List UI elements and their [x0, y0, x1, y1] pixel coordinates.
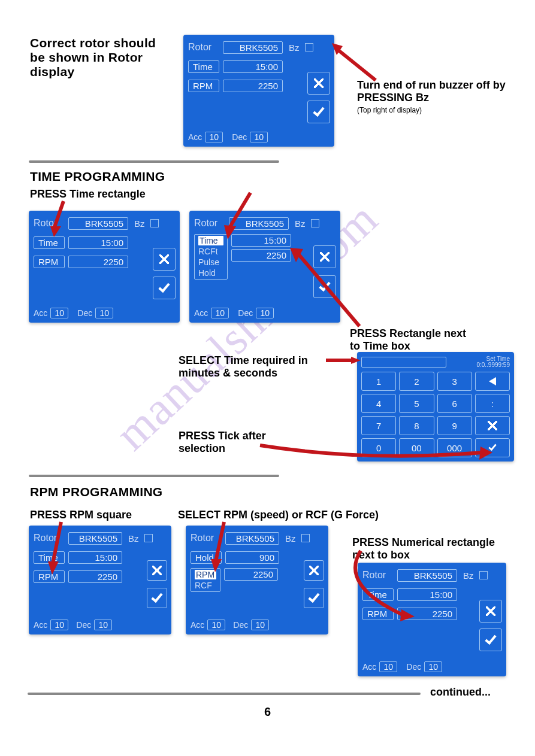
confirm-button[interactable]: [304, 588, 324, 608]
x-icon: [320, 252, 330, 262]
backspace-icon: [489, 377, 496, 385]
divider: [29, 475, 279, 477]
time-field[interactable]: 15:00: [231, 234, 291, 247]
keypad-display: [361, 357, 446, 368]
rotor-field[interactable]: BRK5505: [397, 569, 457, 582]
cancel-button[interactable]: [313, 245, 336, 268]
acc-field[interactable]: 10: [50, 308, 68, 318]
bz-toggle[interactable]: [150, 219, 159, 227]
time-mode-dropdown[interactable]: Time RCFt Pulse Hold: [194, 234, 228, 280]
key-5[interactable]: 5: [399, 394, 434, 413]
acc-field[interactable]: 10: [379, 661, 397, 672]
caption-buzzer-loc: (Top right of display): [357, 106, 519, 114]
key-1[interactable]: 1: [361, 372, 396, 391]
dropdown-option-pulse[interactable]: Pulse: [198, 257, 223, 267]
caption-press-num-rect: PRESS Numerical rectangle next to box: [352, 536, 496, 561]
rpm-button[interactable]: RPM: [362, 608, 394, 620]
key-9[interactable]: 9: [437, 416, 472, 435]
dropdown-option-rcft[interactable]: RCFt: [198, 247, 223, 256]
key-8[interactable]: 8: [399, 416, 434, 435]
time-button[interactable]: Time: [34, 551, 65, 564]
dropdown-option-rpm[interactable]: RPM: [195, 570, 216, 579]
caption-press-rpm-square: PRESS RPM square: [30, 509, 132, 521]
key-2[interactable]: 2: [399, 372, 434, 391]
rotor-field[interactable]: BRK5505: [223, 41, 283, 54]
rotor-field[interactable]: BRK5505: [229, 217, 289, 230]
rpm-button[interactable]: RPM: [34, 570, 65, 583]
rotor-label: Rotor: [188, 42, 219, 53]
rotor-field[interactable]: BRK5505: [68, 532, 122, 545]
dropdown-option-rcf[interactable]: RCF: [195, 581, 216, 590]
rpm-button[interactable]: RPM: [34, 256, 65, 268]
bz-toggle[interactable]: [479, 571, 488, 579]
caption-buzzer-off: Turn end of run buzzer off by PRESSING B…: [357, 79, 519, 104]
key-colon[interactable]: :: [475, 394, 510, 413]
continued-text: continued...: [430, 686, 491, 699]
time-button[interactable]: Time: [188, 60, 219, 73]
dropdown-option-time[interactable]: Time: [198, 236, 223, 245]
bz-label: Bz: [289, 42, 300, 53]
time-field[interactable]: 15:00: [68, 236, 128, 249]
dec-field[interactable]: 10: [251, 620, 269, 630]
bz-toggle[interactable]: [305, 43, 313, 51]
acc-field[interactable]: 10: [205, 132, 223, 142]
rpm-mode-dropdown[interactable]: RPM RCF: [191, 568, 220, 592]
hold-field[interactable]: 900: [225, 551, 279, 564]
rpm-button[interactable]: RPM: [188, 80, 219, 92]
bz-label: Bz: [295, 218, 306, 229]
key-3[interactable]: 3: [437, 372, 472, 391]
acc-field[interactable]: 10: [211, 308, 229, 318]
key-6[interactable]: 6: [437, 394, 472, 413]
ui-keypad-screen: Set Time 0:0..9999:59 1 2 3 4 5 6 : 7 8 …: [357, 352, 514, 462]
key-backspace[interactable]: [475, 372, 510, 391]
confirm-button[interactable]: [313, 275, 336, 298]
bz-toggle[interactable]: [144, 534, 153, 542]
time-button[interactable]: Time: [362, 588, 394, 601]
time-field[interactable]: 15:00: [397, 588, 457, 601]
divider: [29, 160, 279, 163]
cancel-button[interactable]: [479, 600, 502, 623]
dec-field[interactable]: 10: [256, 308, 274, 318]
rotor-field[interactable]: BRK5505: [225, 532, 279, 545]
bz-toggle[interactable]: [311, 219, 319, 227]
dec-field[interactable]: 10: [250, 132, 268, 142]
cancel-button[interactable]: [304, 560, 324, 581]
acc-field[interactable]: 10: [50, 620, 68, 630]
confirm-button[interactable]: [479, 629, 502, 651]
cancel-button[interactable]: [307, 72, 330, 95]
dec-field[interactable]: 10: [424, 661, 442, 672]
key-cancel[interactable]: [475, 416, 510, 435]
confirm-button[interactable]: [153, 277, 176, 299]
time-button[interactable]: Time: [34, 236, 65, 249]
time-field[interactable]: 15:00: [68, 551, 122, 564]
rotor-label: Rotor: [34, 533, 65, 544]
dec-label: Dec: [232, 132, 247, 142]
cancel-button[interactable]: [147, 560, 167, 581]
time-field[interactable]: 15:00: [223, 60, 283, 73]
rpm-field[interactable]: 2250: [68, 256, 128, 268]
key-7[interactable]: 7: [361, 416, 396, 435]
bz-toggle[interactable]: [301, 534, 310, 542]
key-confirm[interactable]: [475, 438, 510, 457]
rpm-field[interactable]: 2250: [224, 568, 278, 581]
rpm-field[interactable]: 2250: [68, 570, 122, 583]
dec-field[interactable]: 10: [94, 620, 112, 630]
rotor-label: Rotor: [194, 218, 225, 229]
rpm-field[interactable]: 2250: [397, 608, 457, 620]
key-00[interactable]: 00: [399, 438, 434, 457]
caption-select-rpm-rcf: SELECT RPM (speed) or RCF (G Force): [178, 509, 379, 521]
key-000[interactable]: 000: [437, 438, 472, 457]
acc-field[interactable]: 10: [207, 620, 225, 630]
cancel-button[interactable]: [153, 248, 176, 271]
key-0[interactable]: 0: [361, 438, 396, 457]
rpm-field[interactable]: 2250: [223, 80, 283, 92]
confirm-button[interactable]: [147, 588, 167, 608]
check-icon: [488, 442, 496, 450]
dec-label: Dec: [233, 620, 248, 630]
key-4[interactable]: 4: [361, 394, 396, 413]
dec-field[interactable]: 10: [95, 308, 113, 318]
confirm-button[interactable]: [307, 101, 330, 123]
rpm-field[interactable]: 2250: [231, 249, 291, 262]
rotor-field[interactable]: BRK5505: [68, 217, 128, 230]
dropdown-option-hold[interactable]: Hold: [198, 268, 223, 278]
